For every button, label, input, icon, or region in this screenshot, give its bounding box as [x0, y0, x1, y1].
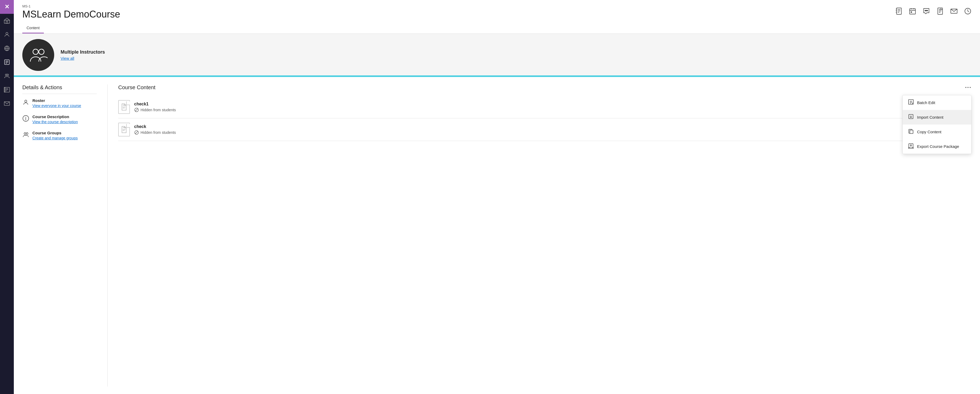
- svg-point-2: [6, 32, 8, 35]
- page-header: MS-1 MSLearn DemoCourse Content: [14, 0, 980, 34]
- svg-point-22: [33, 49, 38, 54]
- copy-content-item[interactable]: Copy Content: [903, 124, 971, 139]
- view-description-link[interactable]: View the course description: [32, 120, 78, 124]
- tab-content[interactable]: Content: [22, 23, 44, 33]
- svg-rect-14: [910, 9, 915, 14]
- svg-point-16: [925, 10, 926, 11]
- instructor-label: Multiple Instructors: [60, 49, 105, 55]
- import-content-label: Import Content: [917, 115, 943, 119]
- svg-point-23: [39, 49, 44, 54]
- roster-heading: Roster: [32, 98, 81, 103]
- svg-point-18: [927, 10, 928, 11]
- notebook-icon[interactable]: [895, 8, 902, 16]
- batch-edit-icon: [908, 99, 914, 106]
- more-options-button[interactable]: ···: [965, 85, 972, 91]
- info-icon: [22, 115, 29, 124]
- svg-point-5: [5, 74, 7, 76]
- instructor-info: Multiple Instructors View all: [60, 49, 105, 61]
- groups-text: Course Groups Create and manage groups: [32, 130, 78, 140]
- export-package-item[interactable]: Export Course Package: [903, 139, 971, 154]
- svg-point-6: [7, 74, 8, 76]
- status-text-1: Hidden from students: [140, 108, 176, 112]
- svg-line-31: [135, 109, 138, 111]
- roster-item: Roster View everyone in your course: [22, 98, 97, 108]
- batch-edit-label: Batch Edit: [917, 100, 935, 105]
- course-content-panel: Course Content ··· check1: [118, 84, 972, 386]
- content-file-icon-2: [118, 123, 130, 137]
- svg-rect-10: [897, 8, 901, 14]
- svg-point-17: [926, 10, 927, 11]
- avatar: [22, 39, 54, 71]
- batch-edit-item[interactable]: Batch Edit: [903, 95, 971, 110]
- svg-point-26: [24, 133, 26, 135]
- content-item-title-1: check1: [134, 102, 176, 106]
- copy-icon: [908, 128, 914, 135]
- course-content-title: Course Content: [118, 84, 156, 91]
- details-panel: Details & Actions Roster View everyone i…: [22, 84, 97, 386]
- content-area: Details & Actions Roster View everyone i…: [14, 77, 980, 394]
- sidebar-item-user[interactable]: [0, 28, 14, 41]
- content-item-status-2: Hidden from students: [134, 130, 176, 135]
- clock-icon[interactable]: [964, 8, 972, 16]
- sidebar-item-content[interactable]: [0, 55, 14, 69]
- sidebar-item-institution[interactable]: [0, 14, 14, 28]
- course-description-item: Course Description View the course descr…: [22, 114, 97, 124]
- view-roster-link[interactable]: View everyone in your course: [32, 103, 81, 108]
- description-heading: Course Description: [32, 114, 78, 119]
- export-package-label: Export Course Package: [917, 144, 959, 149]
- course-content-header: Course Content ···: [118, 84, 972, 91]
- svg-rect-8: [4, 87, 5, 92]
- content-item-status-1: Hidden from students: [134, 108, 176, 112]
- svg-rect-19: [938, 8, 943, 14]
- header-icons: [895, 8, 972, 16]
- import-content-item[interactable]: Import Content: [903, 110, 971, 124]
- svg-rect-0: [4, 20, 10, 23]
- svg-line-35: [135, 131, 138, 134]
- header-tabs: Content: [22, 23, 972, 33]
- sidebar-item-grades[interactable]: [0, 83, 14, 97]
- svg-point-27: [26, 133, 28, 135]
- chat-icon[interactable]: [923, 8, 930, 16]
- svg-point-24: [25, 100, 27, 102]
- content-item: check1 Hidden from students: [118, 96, 972, 118]
- email-header-icon[interactable]: [950, 8, 958, 16]
- copy-content-label: Copy Content: [917, 130, 942, 134]
- vertical-divider: [107, 84, 108, 386]
- groups-heading: Course Groups: [32, 130, 78, 135]
- import-icon: [908, 114, 914, 121]
- document-icon[interactable]: [936, 8, 944, 16]
- svg-rect-1: [6, 21, 8, 23]
- svg-rect-15: [911, 12, 912, 13]
- manage-groups-link[interactable]: Create and manage groups: [32, 136, 78, 140]
- content-item-info-1: check1 Hidden from students: [134, 102, 176, 112]
- roster-text: Roster View everyone in your course: [32, 98, 81, 108]
- dropdown-menu: Batch Edit Import Content: [902, 95, 972, 154]
- content-item-title-2: check: [134, 124, 176, 129]
- view-all-link[interactable]: View all: [60, 56, 74, 60]
- groups-detail-icon: [22, 131, 29, 140]
- content-item-2: check Hidden from students: [118, 118, 972, 141]
- export-icon: [908, 143, 914, 150]
- calendar-icon[interactable]: [909, 8, 916, 16]
- sidebar: ✕: [0, 0, 14, 394]
- close-button[interactable]: ✕: [0, 0, 14, 14]
- description-text: Course Description View the course descr…: [32, 114, 78, 124]
- main-content: MS-1 MSLearn DemoCourse Content: [14, 0, 980, 394]
- course-id: MS-1: [22, 4, 972, 8]
- cyan-divider: [14, 75, 980, 76]
- sidebar-item-mail[interactable]: [0, 97, 14, 110]
- page-title: MSLearn DemoCourse: [22, 9, 972, 20]
- status-text-2: Hidden from students: [140, 130, 176, 135]
- sidebar-item-groups[interactable]: [0, 69, 14, 83]
- course-groups-item: Course Groups Create and manage groups: [22, 130, 97, 140]
- content-item-info-2: check Hidden from students: [134, 124, 176, 135]
- content-file-icon-1: [118, 100, 130, 114]
- svg-rect-38: [910, 130, 913, 133]
- instructor-banner: Multiple Instructors View all: [14, 34, 980, 77]
- roster-icon: [22, 99, 29, 107]
- sidebar-item-globe[interactable]: [0, 41, 14, 55]
- details-title: Details & Actions: [22, 84, 97, 94]
